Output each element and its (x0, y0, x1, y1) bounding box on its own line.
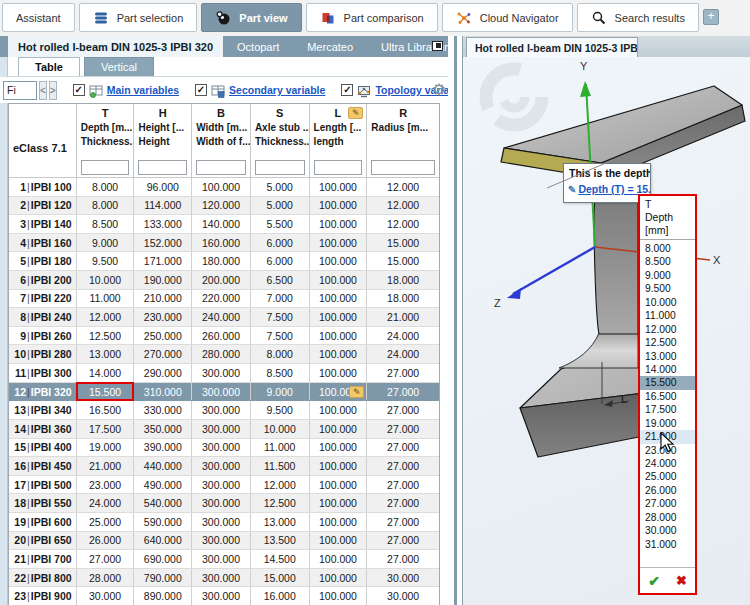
table-row[interactable]: 18|IPBI 550 24.000 540.000 300.000 12.50… (9, 494, 439, 513)
cell-R[interactable]: 18.000 (367, 271, 439, 289)
cell-R[interactable]: 18.000 (367, 290, 439, 308)
cell-H[interactable]: 270.000 (134, 345, 192, 363)
row-label[interactable]: 15|IPBI 400 (9, 439, 77, 457)
cell-H[interactable]: 190.000 (134, 271, 192, 289)
picker-value-item[interactable]: 19.000 (640, 417, 695, 430)
cell-B[interactable]: 300.000 (192, 494, 251, 512)
tab-part-selection[interactable]: Part selection (79, 3, 198, 32)
cell-H[interactable]: 690.000 (134, 550, 192, 568)
add-tab-button[interactable]: + (703, 9, 719, 25)
cell-T[interactable]: 11.000 (77, 290, 135, 308)
cell-H[interactable]: 290.000 (134, 364, 192, 382)
cell-H[interactable]: 171.000 (134, 252, 192, 270)
filter-input[interactable] (3, 81, 37, 100)
cell-H[interactable]: 350.000 (134, 420, 192, 438)
table-row[interactable]: 10|IPBI 280 13.000 270.000 280.000 8.000… (9, 345, 439, 364)
row-label[interactable]: 22|IPBI 800 (9, 569, 77, 587)
picker-value-item[interactable]: 15.500 (640, 376, 695, 389)
cell-R[interactable]: 12.000 (367, 215, 439, 233)
doc-tab-octopart[interactable]: Octopart (223, 36, 293, 57)
column-header-L[interactable]: L ✎ Length [... length (310, 104, 368, 158)
row-label[interactable]: 12|IPBI 320 (9, 383, 77, 401)
picker-value-item[interactable]: 12.500 (640, 336, 695, 349)
cell-S[interactable]: 13.500 (251, 532, 310, 550)
cell-H[interactable]: 210.000 (134, 290, 192, 308)
column-filter-input[interactable] (371, 160, 435, 175)
cell-S[interactable]: 11.500 (251, 457, 310, 475)
cell-B[interactable]: 300.000 (192, 457, 251, 475)
row-label[interactable]: 14|IPBI 360 (9, 420, 77, 438)
cell-S[interactable]: 15.000 (251, 569, 310, 587)
cell-L[interactable]: 100.000 (310, 234, 368, 252)
cell-H[interactable]: 540.000 (134, 494, 192, 512)
table-row[interactable]: 7|IPBI 220 11.000 210.000 220.000 7.000 … (9, 290, 439, 309)
table-row[interactable]: 13|IPBI 340 16.500 330.000 300.000 9.500… (9, 401, 439, 420)
cell-L[interactable]: 100.000 (310, 587, 368, 605)
cell-T[interactable]: 21.000 (77, 457, 135, 475)
cell-R[interactable]: 12.000 (367, 197, 439, 215)
cell-L[interactable]: 100.000 (310, 550, 368, 568)
cell-T[interactable]: 10.000 (77, 271, 135, 289)
row-label[interactable]: 7|IPBI 220 (9, 290, 77, 308)
column-filter-input[interactable] (314, 160, 363, 175)
cell-S[interactable]: 7.500 (251, 327, 310, 345)
picker-value-item[interactable]: 10.000 (640, 296, 695, 309)
row-label[interactable]: 16|IPBI 450 (9, 457, 77, 475)
cell-L[interactable]: 100.000 (310, 513, 368, 531)
picker-value-item[interactable]: 11.000 (640, 309, 695, 322)
picker-value-item[interactable]: 13.000 (640, 350, 695, 363)
tab-search-results[interactable]: Search results (577, 3, 699, 32)
cell-S[interactable]: 11.000 (251, 439, 310, 457)
cell-L[interactable]: 100.000 (310, 215, 368, 233)
picker-value-item[interactable]: 16.500 (640, 390, 695, 403)
column-filter-input[interactable] (196, 160, 246, 175)
cell-S[interactable]: 7.500 (251, 308, 310, 326)
cell-T[interactable]: 16.500 (77, 401, 135, 419)
tab-part-comparison[interactable]: Part comparison (306, 3, 438, 32)
cell-H[interactable]: 640.000 (134, 532, 192, 550)
cell-R[interactable]: 21.000 (367, 308, 439, 326)
cell-B[interactable]: 260.000 (192, 327, 251, 345)
cell-T[interactable]: 12.500 (77, 327, 135, 345)
cell-S[interactable]: 5.000 (251, 197, 310, 215)
cell-L[interactable]: 100.000✎ (310, 383, 368, 401)
table-row[interactable]: 4|IPBI 160 9.000 152.000 160.000 6.000 1… (9, 234, 439, 253)
cancel-button[interactable]: ✖ (676, 573, 687, 588)
tab-assistant[interactable]: Assistant (2, 3, 75, 32)
cell-T[interactable]: 24.000 (77, 494, 135, 512)
cell-T[interactable]: 27.000 (77, 550, 135, 568)
row-label[interactable]: 4|IPBI 160 (9, 234, 77, 252)
cell-T[interactable]: 12.000 (77, 308, 135, 326)
doc-tab-ibeam[interactable]: Hot rolled I-beam DIN 1025-3 IPBI 320 (8, 36, 223, 57)
table-row[interactable]: 9|IPBI 260 12.500 250.000 260.000 7.500 … (9, 327, 439, 346)
cell-B[interactable]: 280.000 (192, 345, 251, 363)
column-header-R[interactable]: R Radius [m... (367, 104, 439, 158)
3d-viewport[interactable]: L Y X Z This is the depth. ✎Depth (T) = … (463, 57, 750, 605)
picker-value-item[interactable]: 28.000 (640, 511, 695, 524)
row-label[interactable]: 5|IPBI 180 (9, 252, 77, 270)
table-row[interactable]: 6|IPBI 200 10.000 190.000 200.000 6.500 … (9, 271, 439, 290)
cell-B[interactable]: 300.000 (192, 364, 251, 382)
cell-R[interactable]: 27.000 (367, 439, 439, 457)
table-row[interactable]: 3|IPBI 140 8.500 133.000 140.000 5.500 1… (9, 215, 439, 234)
edit-pencil-icon[interactable]: ✎ (348, 107, 363, 119)
cell-T[interactable]: 23.000 (77, 476, 135, 494)
cell-B[interactable]: 300.000 (192, 587, 251, 605)
cell-L[interactable]: 100.000 (310, 364, 368, 382)
cell-T[interactable]: 8.500 (77, 215, 135, 233)
row-label[interactable]: 23|IPBI 900 (9, 587, 77, 605)
cell-H[interactable]: 790.000 (134, 569, 192, 587)
cell-R[interactable]: 27.000 (367, 550, 439, 568)
cell-L[interactable]: 100.000 (310, 308, 368, 326)
row-label[interactable]: 8|IPBI 240 (9, 308, 77, 326)
cell-R[interactable]: 24.000 (367, 345, 439, 363)
cell-T[interactable]: 30.000 (77, 587, 135, 605)
cell-S[interactable]: 12.000 (251, 476, 310, 494)
next-button[interactable]: > (49, 81, 57, 100)
tab-vertical-view[interactable]: Vertical (84, 57, 154, 76)
secondary-variables-link[interactable]: Secondary variable (229, 84, 325, 96)
cell-T[interactable]: 26.000 (77, 532, 135, 550)
table-row[interactable]: 19|IPBI 600 25.000 590.000 300.000 13.00… (9, 513, 439, 532)
tab-cloud-navigator[interactable]: Cloud Navigator (442, 3, 573, 32)
cell-R[interactable]: 15.000 (367, 234, 439, 252)
